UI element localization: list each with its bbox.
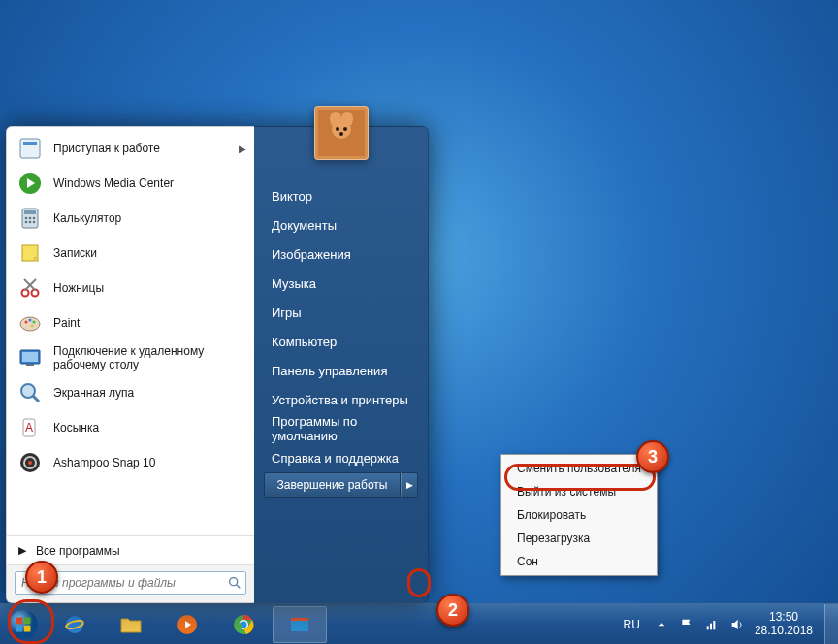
start-menu-item[interactable]: Paint [7, 306, 254, 340]
start-menu-right-link[interactable]: Панель управления [264, 356, 418, 385]
start-menu-right-link[interactable]: Игры [264, 298, 418, 327]
start-menu-program-list: Приступая к работе▶Windows Media CenterК… [7, 127, 254, 535]
shutdown-submenu-item[interactable]: Сменить пользователя [503, 457, 655, 480]
start-menu-right-link[interactable]: Устройства и принтеры [264, 385, 418, 414]
windows-orb-icon [6, 607, 41, 642]
annotation-callout-3: 3 [636, 440, 669, 473]
ashampoo-snap-icon [288, 613, 311, 636]
svg-point-13 [22, 290, 29, 297]
annotation-callout-2: 2 [436, 594, 469, 627]
show-desktop-button[interactable] [824, 604, 838, 645]
svg-text:A: A [25, 421, 33, 435]
submenu-item-label: Блокировать [517, 508, 586, 522]
start-menu-right-link[interactable]: Компьютер [264, 327, 418, 356]
taskbar-pinned-ie[interactable] [48, 606, 102, 643]
svg-point-31 [28, 461, 32, 465]
right-link-label: Устройства и принтеры [272, 393, 408, 407]
start-menu-item[interactable]: Калькулятор [7, 201, 254, 236]
submenu-arrow-icon: ▶ [239, 144, 246, 154]
shutdown-button[interactable]: Завершение работы [264, 472, 401, 498]
svg-point-18 [25, 321, 28, 324]
start-menu-item-label: Подключение к удаленному рабочему столу [53, 344, 244, 371]
getting-started-icon [16, 135, 44, 162]
chrome-icon [232, 613, 255, 636]
start-menu-item[interactable]: Windows Media Center [7, 166, 254, 201]
triangle-right-icon: ▶ [406, 480, 413, 490]
clock-time: 13:50 [755, 611, 813, 624]
svg-point-20 [33, 321, 36, 324]
language-indicator[interactable]: RU [620, 618, 644, 631]
shutdown-submenu-item[interactable]: Перезагрузка [503, 527, 655, 550]
svg-point-32 [230, 578, 238, 586]
system-tray: RU 13:50 28.10.2018 [608, 611, 824, 636]
shutdown-submenu-item[interactable]: Сон [503, 550, 655, 573]
calc-icon [16, 205, 44, 232]
start-menu-item[interactable]: Подключение к удаленному рабочему столу [7, 340, 254, 375]
start-menu-right-link[interactable]: Музыка [264, 269, 418, 298]
start-menu-right-link[interactable]: Изображения [264, 240, 418, 269]
start-menu-right-link[interactable]: Справка и поддержка [264, 443, 418, 472]
start-menu-item[interactable]: Записки [7, 236, 254, 271]
desktop: Приступая к работе▶Windows Media CenterК… [0, 0, 838, 644]
search-icon [227, 575, 242, 591]
right-link-label: Компьютер [272, 335, 337, 349]
start-menu-right-link[interactable]: Виктор [264, 181, 418, 210]
shutdown-submenu-item[interactable]: Блокировать [503, 503, 655, 527]
start-menu-item[interactable]: Ножницы [7, 271, 254, 306]
svg-point-39 [343, 127, 347, 131]
start-menu-right-link[interactable]: Документы [264, 210, 418, 240]
wmc-icon [16, 170, 44, 197]
svg-point-37 [341, 112, 353, 127]
shutdown-submenu-item[interactable]: Выйти из системы [503, 480, 655, 503]
all-programs-label: Все программы [36, 544, 120, 558]
start-menu-item-label: Записки [53, 246, 97, 260]
start-menu-item-label: Windows Media Center [53, 177, 174, 190]
paint-icon [16, 309, 44, 337]
svg-point-9 [25, 221, 28, 224]
start-menu-left-pane: Приступая к работе▶Windows Media CenterК… [6, 126, 254, 603]
taskbar-pinned-chrome[interactable] [216, 606, 271, 643]
start-menu-item-label: Paint [53, 316, 80, 330]
svg-rect-23 [22, 352, 38, 362]
svg-rect-45 [24, 625, 31, 631]
network-icon[interactable] [704, 617, 720, 632]
ashampoo-icon [16, 449, 44, 476]
taskbar-pinned-wmp[interactable] [160, 606, 214, 643]
ie-icon [63, 613, 86, 636]
right-link-label: Панель управления [272, 364, 387, 378]
start-menu: Приступая к работе▶Windows Media CenterК… [6, 126, 429, 603]
svg-rect-57 [713, 621, 715, 629]
svg-point-6 [25, 217, 28, 220]
taskbar-running-ashampoo[interactable] [273, 606, 327, 643]
start-menu-item-label: Приступая к работе [53, 142, 160, 155]
shutdown-options-arrow[interactable]: ▶ [401, 472, 418, 498]
right-link-label: Музыка [272, 276, 316, 291]
start-menu-item[interactable]: Экранная лупа [7, 375, 254, 410]
start-menu-item[interactable]: Приступая к работе▶ [7, 131, 254, 166]
flag-icon[interactable] [679, 617, 694, 632]
user-avatar[interactable] [314, 106, 369, 160]
volume-icon[interactable] [729, 617, 745, 632]
shutdown-submenu: Сменить пользователяВыйти из системыБлок… [500, 454, 658, 576]
start-menu-item[interactable]: AКосынка [7, 410, 254, 445]
tray-chevron-up-icon[interactable] [654, 617, 669, 632]
svg-point-14 [32, 290, 39, 297]
start-menu-item[interactable]: Ashampoo Snap 10 [7, 445, 254, 480]
start-button[interactable] [0, 604, 47, 645]
clock-date: 28.10.2018 [755, 625, 813, 637]
right-link-label: Справка и поддержка [272, 451, 399, 466]
start-menu-right-pane: ВикторДокументыИзображенияМузыкаИгрыКомп… [254, 126, 429, 603]
svg-point-36 [330, 112, 341, 127]
taskbar-pinned-explorer[interactable] [104, 606, 158, 643]
svg-rect-44 [16, 625, 23, 631]
svg-point-25 [21, 384, 35, 398]
svg-rect-43 [24, 617, 31, 624]
start-menu-item-label: Ashampoo Snap 10 [53, 456, 155, 469]
submenu-item-label: Сменить пользователя [517, 462, 641, 475]
rdp-icon [16, 344, 44, 371]
clock[interactable]: 13:50 28.10.2018 [755, 611, 813, 636]
svg-point-8 [33, 217, 36, 220]
start-menu-right-link[interactable]: Программы по умолчанию [264, 414, 418, 443]
svg-point-38 [336, 127, 339, 131]
start-menu-item-label: Косынка [53, 421, 99, 435]
